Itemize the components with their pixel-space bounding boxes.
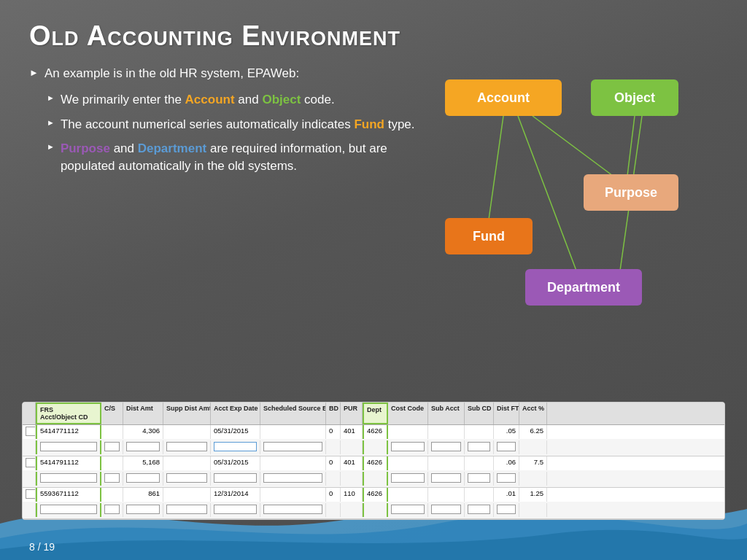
table-input-row-2	[23, 470, 724, 487]
sub-bullet-3-text: Purpose and Department are required info…	[61, 140, 416, 175]
col-header-dept: Dept	[363, 402, 388, 424]
ti-sched-2	[260, 472, 326, 486]
slide-content: Old Accounting Environment ► An example …	[0, 0, 747, 342]
ti-frs-1	[36, 440, 101, 454]
diagram: Account Object Fund Purpose	[416, 65, 718, 342]
ti-acctpct-3	[519, 503, 547, 517]
ti-sched-3	[260, 503, 326, 517]
sub-bullet-3: ► Purpose and Department are required in…	[47, 140, 416, 175]
ti-acctpct-1	[519, 440, 547, 454]
ti-acctpct-2	[519, 472, 547, 486]
td-cs-2	[101, 456, 123, 470]
svg-line-3	[627, 116, 635, 176]
td-subacct-1	[428, 425, 465, 439]
td-sched-3	[260, 488, 326, 502]
td-bd-3: 0	[326, 488, 341, 502]
col-header-subacct: Sub Acct	[428, 402, 465, 424]
ti-del-1	[23, 440, 36, 454]
fund-highlight: Fund	[354, 117, 384, 131]
data-table: FRSAcct/Object CD C/S Dist Amt Supp Dist…	[23, 402, 724, 519]
ti-frs-2	[36, 472, 101, 486]
ti-cost-3	[388, 503, 428, 517]
purpose-highlight: Purpose	[61, 141, 110, 155]
td-del-3	[23, 488, 36, 502]
td-frs-2: 5414791112	[36, 456, 101, 470]
ti-del-3	[23, 503, 36, 517]
table-data-row-2: 5414791112 5,168 05/31/2015 0 401 4626 .…	[23, 456, 724, 470]
ti-acctexp-2	[211, 472, 260, 486]
td-frs-1: 5414771112	[36, 425, 101, 439]
td-distfte-2: .06	[494, 456, 519, 470]
object-highlight: Object	[262, 93, 301, 106]
ti-bd-2	[326, 472, 341, 486]
sub-bullet-1-text: We primarily enter the Account and Objec…	[61, 91, 335, 109]
col-header-bd: BD	[326, 402, 341, 424]
td-cost-1	[388, 425, 428, 439]
department-highlight: Department	[138, 141, 206, 155]
table-input-row-1	[23, 439, 724, 456]
td-subcd-3	[465, 488, 494, 502]
sub-bullet-2-text: The account numerical series automatical…	[61, 116, 415, 133]
td-dept-2: 4626	[363, 456, 388, 470]
col-header-subcd: Sub CD	[465, 402, 494, 424]
ti-acctexp-1	[211, 440, 260, 454]
td-acctexp-3: 12/31/2014	[211, 488, 260, 502]
ti-subcd-3	[465, 503, 494, 517]
td-sched-1	[260, 425, 326, 439]
col-header-frs: FRSAcct/Object CD	[36, 402, 101, 424]
col-header-cs: C/S	[101, 402, 123, 424]
arrow-icon-1: ►	[47, 93, 55, 104]
object-box: Object	[591, 79, 678, 116]
ti-supp-2	[163, 472, 211, 486]
td-acctexp-1: 05/31/2015	[211, 425, 260, 439]
td-acctpct-2: 7.5	[519, 456, 547, 470]
col-header-cost: Cost Code	[388, 402, 428, 424]
td-acctexp-2: 05/31/2015	[211, 456, 260, 470]
main-area: ► An example is in the old HR system, EP…	[29, 65, 718, 342]
td-dist-3: 861	[123, 488, 163, 502]
td-cs-3	[101, 488, 123, 502]
ti-pur-3	[341, 503, 363, 517]
ti-dept-3	[363, 503, 388, 517]
sub-bullet-2: ► The account numerical series automatic…	[47, 116, 416, 133]
ti-bd-3	[326, 503, 341, 517]
right-column: Account Object Fund Purpose	[416, 65, 718, 342]
td-pur-1: 401	[341, 425, 363, 439]
ti-subacct-2	[428, 472, 465, 486]
td-acctpct-1: 6.25	[519, 425, 547, 439]
td-acctpct-3: 1.25	[519, 488, 547, 502]
td-subacct-2	[428, 456, 465, 470]
ti-cost-1	[388, 440, 428, 454]
ti-supp-3	[163, 503, 211, 517]
ti-dist-3	[123, 503, 163, 517]
td-dist-1: 4,306	[123, 425, 163, 439]
td-del-2	[23, 456, 36, 470]
arrow-icon-2: ►	[47, 117, 55, 128]
ti-distfte-1	[494, 440, 519, 454]
ti-pur-2	[341, 472, 363, 486]
svg-line-1	[533, 116, 613, 176]
col-header-del	[23, 402, 36, 424]
td-del-1	[23, 425, 36, 439]
td-subcd-1	[465, 425, 494, 439]
table-row-3: 5593671112 861 12/31/2014 0 110 4626 .01…	[23, 488, 724, 519]
ti-distfte-2	[494, 472, 519, 486]
ti-acctexp-3	[211, 503, 260, 517]
ti-frs-3	[36, 503, 101, 517]
ti-cs-1	[101, 440, 123, 454]
table-row-1: 5414771112 4,306 05/31/2015 0 401 4626 .…	[23, 425, 724, 456]
ti-sched-1	[260, 440, 326, 454]
ti-cs-3	[101, 503, 123, 517]
ti-dist-1	[123, 440, 163, 454]
td-subcd-2	[465, 456, 494, 470]
purpose-box: Purpose	[584, 174, 678, 211]
svg-line-0	[489, 116, 503, 219]
td-supp-2	[163, 456, 211, 470]
arrow-icon: ►	[29, 66, 39, 79]
slide-title: Old Accounting Environment	[29, 20, 718, 52]
sub-bullet-1: ► We primarily enter the Account and Obj…	[47, 91, 416, 109]
ti-subacct-1	[428, 440, 465, 454]
table-header: FRSAcct/Object CD C/S Dist Amt Supp Dist…	[23, 402, 724, 425]
td-cost-2	[388, 456, 428, 470]
ti-bd-1	[326, 440, 341, 454]
